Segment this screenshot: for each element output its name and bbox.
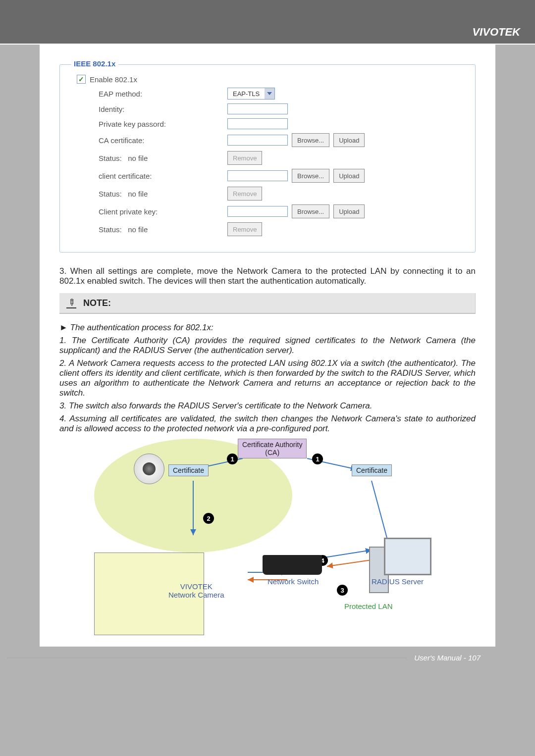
- client-key-status-value: no file: [128, 225, 148, 234]
- client-key-remove-button[interactable]: Remove: [227, 222, 262, 236]
- note-heading: NOTE:: [83, 298, 111, 308]
- diagram-badge-3: 3: [337, 585, 348, 596]
- enable-8021x-row: ✓ Enable 802.1x: [77, 75, 467, 84]
- note-banner: ✎ NOTE:: [59, 293, 476, 314]
- enable-8021x-checkbox[interactable]: ✓: [77, 75, 86, 84]
- ca-status-value: no file: [128, 154, 148, 162]
- process-step-1: 1. The Certificate Authority (CA) provid…: [59, 336, 476, 355]
- ieee-8021x-panel: IEEE 802.1x ✓ Enable 802.1x EAP method: …: [59, 64, 476, 252]
- page-content: IEEE 802.1x ✓ Enable 802.1x EAP method: …: [40, 45, 495, 647]
- panel-legend: IEEE 802.1x: [71, 59, 118, 68]
- chevron-down-icon: [265, 88, 274, 99]
- eap-method-select[interactable]: EAP-TLS: [227, 88, 275, 100]
- ca-certificate-label: CA certificate:: [77, 136, 227, 145]
- client-key-upload-button[interactable]: Upload: [333, 204, 365, 218]
- client-cert-remove-button[interactable]: Remove: [227, 187, 262, 201]
- diagram-lan-label: Protected LAN: [344, 602, 393, 610]
- note-icon: ✎: [66, 298, 76, 308]
- enable-8021x-label: Enable 802.1x: [90, 75, 137, 84]
- ca-browse-button[interactable]: Browse...: [292, 133, 329, 147]
- client-cert-status-label: Status:: [99, 190, 122, 198]
- ca-remove-button[interactable]: Remove: [227, 151, 262, 165]
- ca-status-label: Status:: [99, 154, 122, 162]
- client-cert-browse-button[interactable]: Browse...: [292, 169, 329, 183]
- diagram-camera-label: VIVOTEK Network Camera: [168, 582, 224, 599]
- identity-input[interactable]: [227, 103, 288, 114]
- svg-line-7: [324, 550, 372, 557]
- process-step-2: 2. A Network Camera requests access to t…: [59, 358, 476, 398]
- footer-text: User's Manual - 107: [414, 654, 481, 662]
- diagram-badge-1a: 1: [227, 454, 238, 464]
- client-private-key-path[interactable]: [227, 206, 288, 217]
- brand-text: VIVOTEK: [472, 26, 520, 39]
- switch-icon: [263, 555, 322, 575]
- diagram-badge-2: 2: [203, 513, 214, 524]
- page-header: VIVOTEK: [0, 0, 535, 45]
- auth-process-diagram: Certificate Authority (CA) Certificate C…: [94, 439, 441, 632]
- diagram-switch-label: Network Switch: [268, 577, 319, 586]
- process-intro: ► The authentication process for 802.1x:: [59, 323, 476, 333]
- process-step-4: 4. Assuming all certificates are validat…: [59, 414, 476, 434]
- process-step-3: 3. The switch also forwards the RADIUS S…: [59, 401, 476, 411]
- svg-marker-0: [267, 92, 272, 95]
- client-key-status-label: Status:: [99, 225, 122, 234]
- client-private-key-label: Client private key:: [77, 207, 227, 216]
- svg-line-4: [372, 481, 389, 545]
- svg-line-8: [327, 560, 372, 566]
- private-key-password-input[interactable]: [227, 118, 288, 129]
- identity-label: Identity:: [77, 105, 227, 113]
- diagram-badge-1b: 1: [312, 454, 323, 464]
- diagram-radius-label: RADIUS Server: [372, 577, 424, 586]
- ca-upload-button[interactable]: Upload: [333, 133, 365, 147]
- client-certificate-path[interactable]: [227, 170, 288, 181]
- eap-method-label: EAP method:: [77, 90, 227, 98]
- client-cert-upload-button[interactable]: Upload: [333, 169, 365, 183]
- diagram-cert-left: Certificate: [168, 464, 209, 476]
- client-cert-status-value: no file: [128, 190, 148, 198]
- eap-method-value: EAP-TLS: [228, 90, 265, 98]
- private-key-password-label: Private key passord:: [77, 120, 227, 128]
- diagram-cert-right: Certificate: [352, 464, 392, 476]
- client-certificate-label: client certificate:: [77, 172, 227, 180]
- client-key-browse-button[interactable]: Browse...: [292, 204, 329, 218]
- instruction-step-3: 3. When all settings are complete, move …: [59, 266, 476, 286]
- diagram-ca-box: Certificate Authority (CA): [238, 439, 307, 458]
- ca-certificate-path[interactable]: [227, 135, 288, 146]
- page-footer: User's Manual - 107: [0, 647, 535, 662]
- camera-icon: [134, 454, 164, 484]
